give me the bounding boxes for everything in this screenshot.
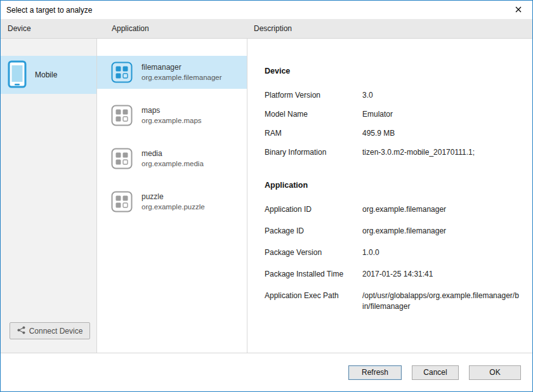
- app-grid-icon: [111, 105, 133, 126]
- app-item-name: puzzle: [141, 192, 205, 202]
- mobile-phone-icon: [8, 60, 27, 90]
- application-info-rows: Application ID org.example.filemanager P…: [265, 204, 520, 312]
- connect-device-button[interactable]: Connect Device: [10, 322, 90, 339]
- app-item-text: media org.example.media: [141, 148, 204, 169]
- info-label: Package Version: [265, 247, 362, 258]
- dialog-window: Select a target to analyze Device Applic…: [0, 0, 533, 392]
- device-info-rows: Platform Version 3.0 Model Name Emulator…: [265, 90, 520, 158]
- app-item-text: puzzle org.example.puzzle: [141, 192, 205, 212]
- app-item-package: org.example.filemanager: [141, 72, 222, 82]
- application-section-title: Application: [265, 181, 520, 190]
- titlebar: Select a target to analyze: [1, 1, 532, 19]
- info-row: Package ID org.example.filemanager: [265, 226, 520, 237]
- info-row: Package Installed Time 2017-01-25 14:31:…: [265, 269, 520, 280]
- application-list-item[interactable]: puzzle org.example.puzzle: [97, 185, 247, 218]
- application-list: filemanager org.example.filemanager: [97, 39, 247, 353]
- app-item-text: filemanager org.example.filemanager: [141, 62, 222, 82]
- description-panel: Device Platform Version 3.0 Model Name E…: [247, 39, 532, 353]
- application-list-item[interactable]: media org.example.media: [97, 142, 247, 175]
- column-header-device: Device: [1, 24, 97, 33]
- info-value: 495.9 MB: [362, 128, 520, 139]
- info-label: RAM: [265, 128, 362, 139]
- device-item-label: Mobile: [35, 70, 57, 79]
- connect-device-label: Connect Device: [29, 327, 83, 336]
- close-button[interactable]: [504, 1, 532, 19]
- column-headers: Device Application Description: [1, 19, 532, 39]
- info-label: Package ID: [265, 226, 362, 237]
- app-item-name: media: [141, 148, 204, 159]
- app-item-package: org.example.media: [141, 159, 204, 169]
- info-label: Binary Information: [265, 147, 362, 158]
- info-row: Model Name Emulator: [265, 109, 520, 120]
- column-header-application: Application: [97, 24, 247, 33]
- application-list-item[interactable]: filemanager org.example.filemanager: [97, 56, 247, 89]
- info-label: Application Exec Path: [265, 291, 362, 312]
- info-value: tizen-3.0.m2-mobile_20170111.1;: [362, 147, 520, 158]
- info-row: RAM 495.9 MB: [265, 128, 520, 139]
- info-row: Binary Information tizen-3.0.m2-mobile_2…: [265, 147, 520, 158]
- device-section-title: Device: [265, 67, 520, 75]
- app-item-name: filemanager: [141, 62, 222, 72]
- info-value: /opt/usr/globalapps/org.example.filemana…: [362, 291, 520, 312]
- application-info-section: Application Application ID org.example.f…: [265, 181, 520, 312]
- info-value: org.example.filemanager: [362, 204, 520, 215]
- device-item-mobile[interactable]: Mobile: [1, 56, 96, 94]
- connect-icon: [17, 326, 25, 336]
- device-panel: Mobile Connect Device: [1, 39, 97, 353]
- info-row: Platform Version 3.0: [265, 90, 520, 101]
- info-value: 2017-01-25 14:31:41: [362, 269, 520, 280]
- device-info-section: Device Platform Version 3.0 Model Name E…: [265, 67, 520, 158]
- app-item-name: maps: [141, 105, 202, 115]
- ok-button[interactable]: OK: [469, 365, 521, 380]
- app-grid-icon: [111, 148, 133, 169]
- info-row: Package Version 1.0.0: [265, 247, 520, 258]
- column-header-description: Description: [247, 24, 532, 33]
- info-value: org.example.filemanager: [362, 226, 520, 237]
- close-icon: [515, 5, 522, 15]
- info-label: Platform Version: [265, 90, 362, 101]
- app-item-text: maps org.example.maps: [141, 105, 202, 126]
- app-grid-icon: [111, 62, 133, 83]
- cancel-button[interactable]: Cancel: [412, 365, 459, 380]
- info-label: Package Installed Time: [265, 269, 362, 280]
- info-value: 3.0: [362, 90, 520, 101]
- info-row: Application Exec Path /opt/usr/globalapp…: [265, 291, 520, 312]
- info-label: Model Name: [265, 109, 362, 120]
- footer-button-bar: Refresh Cancel OK: [1, 353, 532, 391]
- info-value: 1.0.0: [362, 247, 520, 258]
- content-area: Mobile Connect Device: [1, 39, 532, 353]
- refresh-button[interactable]: Refresh: [348, 365, 402, 380]
- dialog-title: Select a target to analyze: [1, 6, 92, 15]
- info-value: Emulator: [362, 109, 520, 120]
- app-item-package: org.example.puzzle: [141, 202, 205, 212]
- app-grid-icon: [111, 191, 133, 212]
- info-label: Application ID: [265, 204, 362, 215]
- app-item-package: org.example.maps: [141, 115, 202, 126]
- info-row: Application ID org.example.filemanager: [265, 204, 520, 215]
- application-list-item[interactable]: maps org.example.maps: [97, 99, 247, 132]
